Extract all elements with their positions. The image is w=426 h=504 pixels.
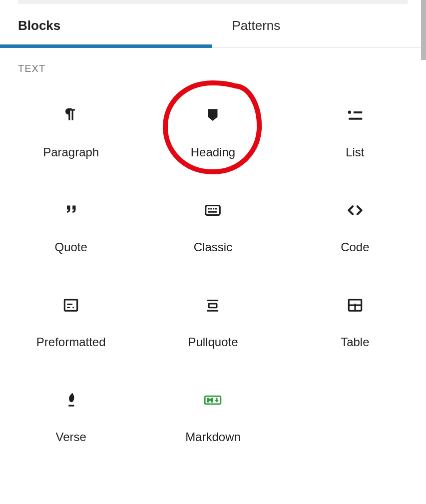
block-paragraph[interactable]: Paragraph <box>0 84 142 179</box>
block-paragraph-label: Paragraph <box>43 145 99 159</box>
svg-rect-2 <box>349 118 362 120</box>
block-classic[interactable]: Classic <box>142 179 284 274</box>
svg-rect-7 <box>215 208 217 209</box>
verse-icon <box>60 389 82 411</box>
svg-rect-6 <box>213 208 214 209</box>
table-icon <box>344 294 366 316</box>
quote-icon <box>60 199 82 221</box>
svg-rect-5 <box>211 208 212 209</box>
svg-rect-8 <box>208 211 217 213</box>
list-icon <box>344 104 366 126</box>
block-list-label: List <box>346 145 364 159</box>
category-text-label: TEXT <box>0 48 426 79</box>
block-code[interactable]: Code <box>284 179 426 274</box>
svg-point-12 <box>72 307 74 308</box>
classic-icon <box>202 199 224 221</box>
block-code-label: Code <box>341 240 369 254</box>
code-icon <box>344 199 366 221</box>
block-preformatted-label: Preformatted <box>36 335 106 349</box>
scrollbar-thumb[interactable] <box>421 0 426 60</box>
svg-rect-19 <box>68 405 74 407</box>
svg-rect-9 <box>64 300 77 311</box>
annotation-circle <box>160 77 265 177</box>
tab-blocks[interactable]: Blocks <box>0 7 212 48</box>
markdown-icon <box>202 389 224 411</box>
blocks-grid: Paragraph Heading List Quote <box>0 79 426 469</box>
svg-rect-14 <box>209 304 217 308</box>
pullquote-icon <box>202 294 224 316</box>
block-markdown-label: Markdown <box>185 430 241 444</box>
svg-rect-13 <box>207 300 218 301</box>
block-quote-label: Quote <box>54 240 87 254</box>
block-pullquote[interactable]: Pullquote <box>142 274 284 369</box>
block-markdown[interactable]: Markdown <box>142 369 284 464</box>
block-table-label: Table <box>341 335 369 349</box>
svg-rect-3 <box>206 206 220 215</box>
svg-rect-15 <box>207 310 218 312</box>
block-list[interactable]: List <box>284 84 426 179</box>
block-verse-label: Verse <box>55 430 86 444</box>
heading-icon <box>202 104 224 126</box>
svg-rect-11 <box>67 307 70 308</box>
block-classic-label: Classic <box>194 240 232 254</box>
search-bar-partial[interactable] <box>18 0 408 4</box>
paragraph-icon <box>60 104 82 126</box>
svg-rect-4 <box>208 208 210 209</box>
svg-rect-10 <box>67 304 72 305</box>
block-preformatted[interactable]: Preformatted <box>0 274 142 369</box>
svg-point-0 <box>348 111 351 114</box>
preformatted-icon <box>60 294 82 316</box>
block-verse[interactable]: Verse <box>0 369 142 464</box>
svg-rect-1 <box>354 111 362 113</box>
block-table[interactable]: Table <box>284 274 426 369</box>
tabs-container: Blocks Patterns <box>0 7 426 48</box>
tab-patterns[interactable]: Patterns <box>212 7 426 48</box>
block-heading-label: Heading <box>191 145 235 159</box>
block-heading[interactable]: Heading <box>142 84 284 179</box>
block-quote[interactable]: Quote <box>0 179 142 274</box>
block-pullquote-label: Pullquote <box>188 335 238 349</box>
